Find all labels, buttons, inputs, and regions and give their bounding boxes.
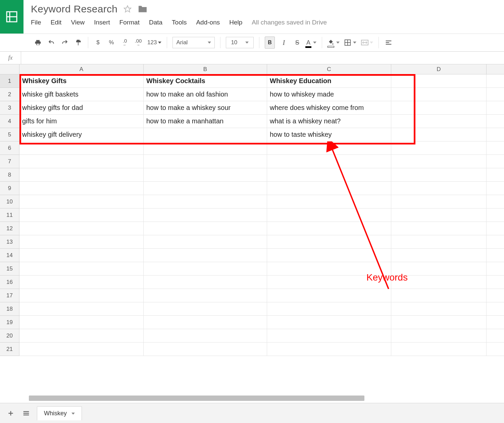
increase-decimal-button[interactable]: .00→ [134, 37, 143, 49]
cell[interactable] [487, 195, 504, 208]
cell[interactable] [391, 88, 487, 101]
row-header[interactable]: 1 [0, 74, 19, 88]
cell[interactable] [19, 141, 144, 155]
cell[interactable] [19, 182, 144, 195]
row-header[interactable]: 5 [0, 128, 19, 141]
cell[interactable] [391, 289, 487, 302]
undo-icon[interactable] [47, 37, 56, 49]
folder-icon[interactable] [138, 5, 148, 13]
cell[interactable] [19, 262, 144, 276]
row-header[interactable]: 4 [0, 115, 19, 128]
cell[interactable] [487, 222, 504, 235]
cell[interactable] [391, 302, 487, 316]
cell[interactable] [391, 343, 487, 356]
menu-file[interactable]: File [31, 19, 41, 26]
cell[interactable] [144, 141, 267, 155]
decrease-decimal-button[interactable]: .0← [120, 37, 129, 49]
print-icon[interactable] [34, 37, 42, 49]
row-header[interactable]: 16 [0, 276, 19, 289]
cell[interactable] [267, 329, 391, 343]
cell[interactable] [144, 235, 267, 249]
cell[interactable] [267, 168, 391, 182]
font-select[interactable]: Arial [172, 37, 215, 48]
cell[interactable] [267, 222, 391, 235]
cell[interactable]: what is a whiskey neat? [267, 115, 391, 128]
row-header[interactable]: 21 [0, 343, 19, 356]
cell[interactable]: how to make an old fashion [144, 88, 267, 101]
cell[interactable] [487, 249, 504, 262]
cell[interactable] [144, 222, 267, 235]
paint-format-icon[interactable] [74, 37, 83, 49]
all-sheets-button[interactable] [21, 409, 31, 418]
bold-button[interactable]: B [265, 37, 275, 49]
percent-button[interactable]: % [107, 37, 116, 49]
cell[interactable]: Whiskey Cocktails [144, 74, 267, 88]
cell[interactable] [391, 155, 487, 168]
cell[interactable] [19, 155, 144, 168]
doc-title[interactable]: Keyword Research [31, 3, 117, 15]
cell[interactable] [19, 276, 144, 289]
cell[interactable] [144, 195, 267, 208]
row-header[interactable]: 11 [0, 208, 19, 222]
cell[interactable] [391, 329, 487, 343]
number-format-button[interactable]: 123 [147, 37, 161, 49]
cell[interactable]: how to make a manhattan [144, 115, 267, 128]
menu-data[interactable]: Data [149, 19, 162, 26]
cell[interactable] [19, 168, 144, 182]
row-header[interactable]: 13 [0, 235, 19, 249]
row-header[interactable]: 3 [0, 101, 19, 115]
cell[interactable] [391, 249, 487, 262]
cell[interactable] [267, 208, 391, 222]
cell[interactable] [19, 316, 144, 329]
cell[interactable] [19, 289, 144, 302]
cell[interactable] [487, 235, 504, 249]
star-icon[interactable] [123, 5, 132, 13]
cell[interactable] [267, 195, 391, 208]
cell[interactable] [267, 289, 391, 302]
cell[interactable] [267, 141, 391, 155]
borders-button[interactable] [344, 37, 356, 49]
cell[interactable] [144, 262, 267, 276]
formula-input[interactable] [21, 52, 504, 64]
fill-color-button[interactable] [327, 37, 340, 49]
cell[interactable] [487, 141, 504, 155]
cell[interactable] [267, 182, 391, 195]
cell[interactable] [267, 249, 391, 262]
row-header[interactable]: 15 [0, 262, 19, 276]
row-header[interactable]: 2 [0, 88, 19, 101]
cell[interactable] [19, 208, 144, 222]
merge-cells-button[interactable] [361, 37, 373, 49]
cell[interactable]: gifts for him [19, 115, 144, 128]
row-header[interactable]: 14 [0, 249, 19, 262]
cell[interactable] [487, 343, 504, 356]
cell[interactable]: where does whiskey come from [267, 101, 391, 115]
row-header[interactable]: 19 [0, 316, 19, 329]
cell[interactable] [391, 195, 487, 208]
cell[interactable]: whiskey gift delivery [19, 128, 144, 141]
align-button[interactable] [384, 37, 393, 49]
cell[interactable] [144, 316, 267, 329]
row-header[interactable]: 18 [0, 302, 19, 316]
menu-edit[interactable]: Edit [51, 19, 62, 26]
cell[interactable]: whiske gift baskets [19, 88, 144, 101]
sheets-logo[interactable] [0, 0, 23, 34]
cell[interactable]: how to taste whiskey [267, 128, 391, 141]
cell[interactable]: whiskey gifts for dad [19, 101, 144, 115]
cell[interactable] [487, 208, 504, 222]
cell[interactable] [391, 222, 487, 235]
cell[interactable] [144, 329, 267, 343]
cell[interactable] [487, 316, 504, 329]
cell[interactable] [144, 249, 267, 262]
cell[interactable] [267, 343, 391, 356]
redo-icon[interactable] [60, 37, 69, 49]
cell[interactable] [144, 128, 267, 141]
cell[interactable] [391, 74, 487, 88]
strikethrough-button[interactable]: S [293, 37, 302, 49]
cell[interactable] [391, 182, 487, 195]
cell[interactable] [487, 182, 504, 195]
row-header[interactable]: 12 [0, 222, 19, 235]
cell[interactable] [487, 101, 504, 115]
col-header-b[interactable]: B [144, 64, 267, 74]
add-sheet-button[interactable] [6, 409, 15, 418]
cell[interactable] [487, 276, 504, 289]
